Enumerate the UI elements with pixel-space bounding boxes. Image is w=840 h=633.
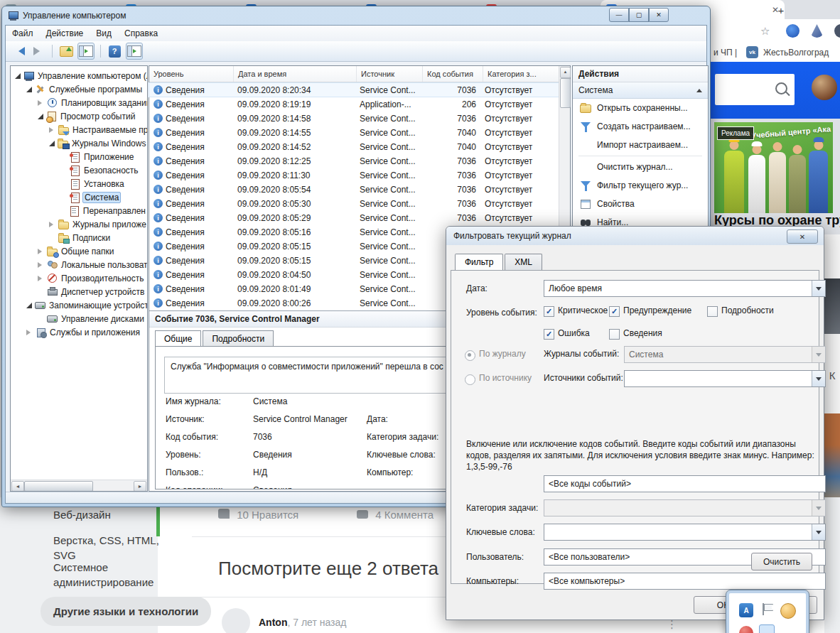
- column-header[interactable]: Код события: [423, 66, 483, 82]
- column-header[interactable]: Уровень: [149, 66, 234, 82]
- tree-item[interactable]: Система: [11, 190, 147, 204]
- computers-input[interactable]: <Все компьютеры>: [544, 573, 826, 590]
- flag-icon[interactable]: [760, 602, 775, 617]
- tree-expander-icon[interactable]: [26, 330, 33, 335]
- event-row[interactable]: iСведения09.09.2020 8:11:30Service Cont.…: [149, 168, 559, 182]
- keywords-combobox[interactable]: [544, 524, 826, 541]
- sidebar-category[interactable]: Другие языки и технологии: [41, 597, 211, 626]
- chevron-down-icon[interactable]: [812, 281, 825, 296]
- details-tab[interactable]: Общие: [155, 330, 201, 347]
- event-row[interactable]: iСведения09.09.2020 8:12:25Service Cont.…: [149, 154, 559, 168]
- tree-expander-icon[interactable]: [26, 303, 32, 308]
- action-item[interactable]: Фильтр текущего жур...: [573, 176, 708, 195]
- new-tab-button[interactable]: +: [773, 2, 789, 18]
- minimize-button[interactable]: —: [609, 8, 629, 22]
- event-sources-combobox[interactable]: [624, 370, 826, 387]
- level-checkbox[interactable]: ✓: [544, 329, 554, 340]
- scroll-thumb[interactable]: [560, 78, 571, 108]
- dialog-tab[interactable]: XML: [505, 254, 542, 270]
- sidebar-category[interactable]: Системное администрирование: [53, 560, 171, 590]
- action-item[interactable]: Очистить журнал...: [573, 158, 708, 176]
- event-row[interactable]: iСведения09.09.2020 8:05:29Service Cont.…: [149, 211, 559, 224]
- chevron-down-icon[interactable]: [812, 524, 825, 540]
- window-titlebar[interactable]: Управление компьютером: [8, 10, 126, 21]
- chevron-down-icon[interactable]: [812, 371, 825, 386]
- extension-globe-icon[interactable]: [786, 24, 799, 38]
- column-header[interactable]: Источник: [357, 66, 423, 82]
- forward-button[interactable]: [31, 43, 46, 59]
- answer-author-avatar[interactable]: [222, 608, 250, 633]
- translate-icon[interactable]: A: [739, 603, 753, 617]
- ad-banner[interactable]: Учебный центр «Ака Реклама: [714, 122, 833, 213]
- menu-item[interactable]: Вид: [90, 28, 118, 38]
- tree-item[interactable]: Планировщик заданий: [11, 96, 147, 109]
- level-checkbox[interactable]: ✓: [609, 306, 620, 317]
- tree-horizontal-scrollbar[interactable]: ◄ ►: [11, 480, 147, 491]
- tree-item[interactable]: Просмотр событий: [11, 109, 147, 123]
- coin-icon[interactable]: [780, 603, 796, 619]
- event-row[interactable]: iСведения09.09.2020 8:14:55Service Cont.…: [149, 126, 559, 139]
- comments-row[interactable]: 4 Коммента: [357, 509, 434, 521]
- action-item[interactable]: Свойства: [573, 195, 708, 213]
- event-row[interactable]: iСведения09.09.2020 8:14:58Service Cont.…: [149, 112, 559, 125]
- export-list-button[interactable]: [58, 43, 74, 59]
- event-row[interactable]: iСведения09.09.2020 8:05:54Service Cont.…: [149, 183, 559, 196]
- scroll-left-button[interactable]: ◄: [11, 481, 24, 492]
- tree-item[interactable]: Журналы приложе: [11, 217, 147, 231]
- dialog-titlebar[interactable]: Фильтровать текущий журнал: [446, 227, 824, 245]
- help-button[interactable]: ?: [107, 43, 122, 59]
- tree-item[interactable]: Подписки: [11, 231, 147, 244]
- tree-expander-icon[interactable]: [49, 141, 55, 146]
- bookmark-vk-site[interactable]: ЖестьВолгоград: [763, 48, 829, 58]
- extension-more-icon[interactable]: [834, 24, 840, 38]
- tree-item[interactable]: Службы и приложения: [11, 325, 147, 339]
- action-item[interactable]: Импорт настраиваем...: [573, 136, 708, 154]
- tree-expander-icon[interactable]: [38, 276, 45, 281]
- tree-expander-icon[interactable]: [49, 127, 56, 133]
- tree-item[interactable]: Локальные пользовате: [11, 258, 147, 271]
- column-header[interactable]: Дата и время: [234, 66, 357, 82]
- event-codes-input[interactable]: <Все коды событий>: [544, 475, 826, 492]
- bookmark-text[interactable]: и ЧП |: [714, 48, 737, 58]
- back-button[interactable]: [11, 43, 27, 59]
- tree-item[interactable]: Диспетчер устройств: [11, 285, 147, 298]
- bookmark-star-icon[interactable]: ☆: [760, 25, 770, 38]
- clear-button[interactable]: Очистить: [751, 553, 812, 570]
- tree-item[interactable]: Безопасность: [11, 163, 147, 177]
- level-checkbox[interactable]: ✓: [544, 306, 554, 317]
- scroll-up-button[interactable]: ▲: [560, 67, 571, 78]
- action-item[interactable]: Создать настраиваем...: [573, 117, 708, 136]
- event-row[interactable]: iСведения09.09.2020 8:05:30Service Cont.…: [149, 197, 559, 210]
- scroll-thumb[interactable]: [24, 481, 93, 492]
- tree-expander-icon[interactable]: [26, 87, 32, 92]
- tree-item[interactable]: Производительность: [11, 271, 147, 285]
- site-search-input[interactable]: [715, 74, 795, 105]
- details-tab[interactable]: Подробности: [203, 330, 274, 347]
- user-avatar[interactable]: [812, 75, 837, 100]
- dialog-tab[interactable]: Фильтр: [455, 254, 503, 270]
- vk-icon[interactable]: vk: [746, 46, 758, 58]
- date-combobox[interactable]: Любое время: [544, 280, 826, 297]
- tree-expander-icon[interactable]: [38, 100, 45, 106]
- by-log-radio[interactable]: [465, 350, 475, 361]
- tree-expander-icon[interactable]: [15, 73, 21, 79]
- tree-item[interactable]: Установка: [11, 177, 147, 190]
- tree-item[interactable]: Настраиваемые пр: [11, 123, 147, 136]
- tree-item[interactable]: Управление дисками: [11, 312, 147, 325]
- event-row[interactable]: iСведения09.09.2020 8:19:19Application-.…: [149, 97, 559, 111]
- show-console-tree-button[interactable]: [77, 43, 95, 60]
- close-button[interactable]: ✕: [649, 8, 669, 22]
- scroll-right-button[interactable]: ►: [134, 481, 146, 492]
- tree-expander-icon[interactable]: [38, 249, 45, 254]
- tree-item[interactable]: Приложение: [11, 150, 147, 163]
- maximize-button[interactable]: ▢: [629, 8, 649, 22]
- tree-item[interactable]: Журналы Windows: [11, 136, 147, 150]
- by-source-radio[interactable]: [465, 374, 475, 385]
- tree-item[interactable]: Управление компьютером (л: [11, 69, 147, 82]
- answer-author[interactable]: Anton, 7 лет назад: [259, 617, 346, 628]
- tree-expander-icon[interactable]: [38, 114, 43, 119]
- selected-tile-icon[interactable]: [759, 624, 775, 633]
- action-item[interactable]: Открыть сохраненны...: [573, 99, 708, 117]
- dialog-close-button[interactable]: ✕: [787, 229, 818, 244]
- event-row[interactable]: iСведения09.09.2020 8:14:52Service Cont.…: [149, 140, 559, 153]
